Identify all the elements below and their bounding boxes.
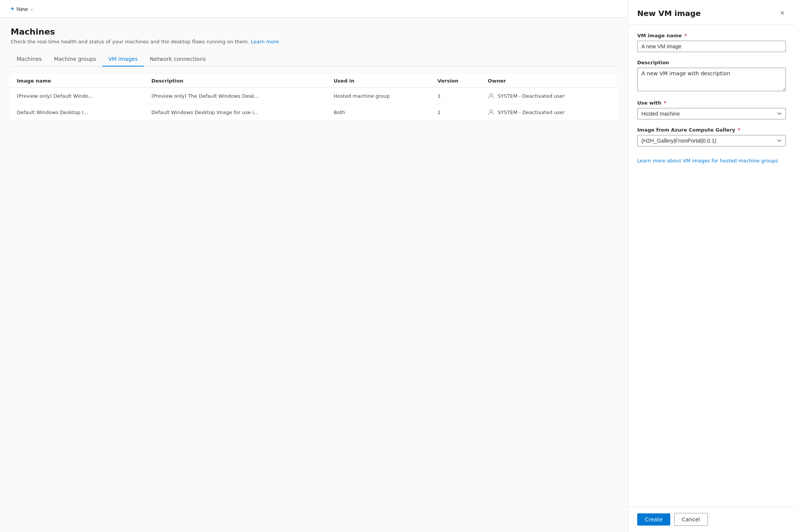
description-textarea[interactable]: A new VM image with description <box>637 68 786 91</box>
cell-description-0: (Preview only) The Default Windows Desk.… <box>145 88 327 104</box>
tabs-container: Machines Machine groups VM images Networ… <box>11 52 617 67</box>
cell-owner-0: SYSTEM - Deactivated user <box>482 88 617 104</box>
new-button-label: New <box>16 6 28 12</box>
cancel-button[interactable]: Cancel <box>674 513 708 526</box>
svg-point-0 <box>490 94 493 96</box>
panel-body: VM image name * Description A new VM ima… <box>628 25 795 507</box>
cell-image-name-0: (Preview only) Default Windo... <box>11 88 145 104</box>
plus-icon: + <box>11 5 14 12</box>
col-description: Description <box>145 74 327 88</box>
description-label: Description <box>637 60 786 65</box>
main-content: + New ⌄ Machines Check the real-time hea… <box>0 0 628 532</box>
svg-point-1 <box>490 110 493 113</box>
tab-machine-groups[interactable]: Machine groups <box>48 52 102 67</box>
cell-version-0: 1 <box>432 88 482 104</box>
vm-image-name-field: VM image name * <box>637 33 786 52</box>
side-panel: New VM image × VM image name * Descripti… <box>628 0 795 532</box>
vm-image-name-input[interactable] <box>637 41 786 52</box>
image-gallery-field: Image from Azure Compute Gallery * (H2H_… <box>637 127 786 146</box>
panel-footer: Create Cancel <box>628 507 795 532</box>
cell-image-name-1: Default Windows Desktop I... <box>11 104 145 121</box>
cell-description-1: Default Windows Desktop Image for use i.… <box>145 104 327 121</box>
tab-network-connections[interactable]: Network connections <box>144 52 212 67</box>
page-title: Machines <box>11 27 617 37</box>
image-gallery-label: Image from Azure Compute Gallery * <box>637 127 786 133</box>
page-description: Check the real-time health and status of… <box>11 39 617 44</box>
vm-images-table: Image name Description Used in Version O… <box>11 74 617 120</box>
chevron-down-icon: ⌄ <box>30 6 33 11</box>
description-field: Description A new VM image with descript… <box>637 60 786 92</box>
cell-owner-1: SYSTEM - Deactivated user <box>482 104 617 121</box>
page-content: Machines Check the real-time health and … <box>0 18 628 129</box>
col-image-name: Image name <box>11 74 145 88</box>
col-used-in: Used in <box>328 74 432 88</box>
tab-vm-images[interactable]: VM images <box>102 52 144 67</box>
image-gallery-select[interactable]: (H2H_Gallery|FromPortal|0.0.1) <box>637 135 786 146</box>
close-button[interactable]: × <box>779 8 786 19</box>
panel-title: New VM image <box>637 9 701 18</box>
use-with-select[interactable]: Hosted machine Hosted machine group Both <box>637 108 786 119</box>
table-row[interactable]: Default Windows Desktop I... Default Win… <box>11 104 617 121</box>
vm-image-name-label: VM image name * <box>637 33 786 38</box>
cell-used-in-1: Both <box>328 104 432 121</box>
cell-used-in-0: Hosted machine group <box>328 88 432 104</box>
use-with-field: Use with * Hosted machine Hosted machine… <box>637 100 786 119</box>
table-container: Image name Description Used in Version O… <box>11 74 617 120</box>
required-indicator: * <box>738 127 740 133</box>
tab-machines[interactable]: Machines <box>11 52 48 67</box>
table-header-row: Image name Description Used in Version O… <box>11 74 617 88</box>
user-icon <box>488 109 495 116</box>
required-indicator: * <box>664 100 666 106</box>
app-container: + New ⌄ Machines Check the real-time hea… <box>0 0 795 532</box>
user-icon <box>488 92 495 99</box>
panel-header: New VM image × <box>628 0 795 25</box>
required-indicator: * <box>684 33 687 38</box>
col-version: Version <box>432 74 482 88</box>
table-row[interactable]: (Preview only) Default Windo... (Preview… <box>11 88 617 104</box>
top-bar: + New ⌄ <box>0 0 628 18</box>
cell-version-1: 1 <box>432 104 482 121</box>
panel-learn-more-link[interactable]: Learn more about VM images for hosted ma… <box>637 157 778 165</box>
use-with-label: Use with * <box>637 100 786 106</box>
learn-more-link[interactable]: Learn more <box>251 39 279 44</box>
new-button[interactable]: + New ⌄ <box>8 4 36 14</box>
create-button[interactable]: Create <box>637 513 670 526</box>
col-owner: Owner <box>482 74 617 88</box>
